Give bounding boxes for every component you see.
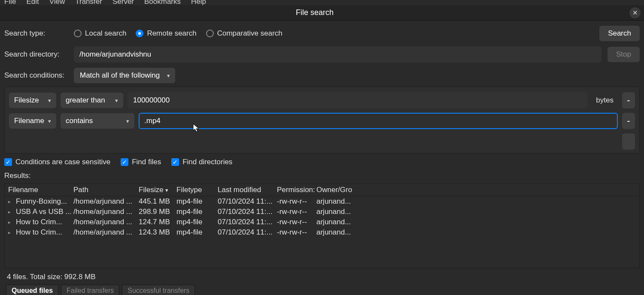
expand-icon: ▸ bbox=[8, 209, 16, 215]
condition-operator-select[interactable]: contains ▾ bbox=[61, 113, 134, 129]
cell-filetype: mp4-file bbox=[176, 197, 218, 206]
condition-value-input[interactable] bbox=[128, 92, 587, 108]
menu-view[interactable]: View bbox=[49, 0, 65, 3]
search-type-label: Search type: bbox=[4, 29, 68, 38]
column-permissions[interactable]: Permission: bbox=[277, 186, 316, 194]
results-table: Filename Path Filesize▾ Filetype Last mo… bbox=[4, 184, 640, 268]
condition-field-value: Filename bbox=[14, 117, 44, 125]
condition-field-select[interactable]: Filesize ▾ bbox=[9, 93, 56, 108]
table-row[interactable]: ▸How to Crim.../home/arjunand ...124.7 M… bbox=[5, 217, 639, 227]
radio-label: Comparative search bbox=[217, 29, 283, 38]
checkbox-icon: ✓ bbox=[4, 158, 12, 166]
cell-filename: How to Crim... bbox=[16, 228, 73, 237]
sort-desc-icon: ▾ bbox=[165, 187, 168, 196]
condition-field-value: Filesize bbox=[14, 96, 39, 104]
tab-successful-transfers[interactable]: Successful transfers bbox=[122, 285, 195, 295]
condition-operator-value: contains bbox=[66, 117, 93, 125]
column-filename[interactable]: Filename bbox=[8, 186, 73, 194]
chevron-down-icon: ▾ bbox=[167, 72, 170, 79]
match-mode-select[interactable]: Match all of the following ▾ bbox=[74, 68, 175, 83]
cell-owner: arjunand... bbox=[316, 228, 368, 237]
menu-server[interactable]: Server bbox=[112, 0, 134, 3]
condition-value-input[interactable] bbox=[139, 113, 618, 129]
column-path[interactable]: Path bbox=[73, 186, 139, 194]
cell-filename: Funny-Boxing... bbox=[16, 197, 73, 206]
remove-condition-button[interactable]: - bbox=[622, 113, 635, 129]
column-owner[interactable]: Owner/Gro bbox=[316, 186, 368, 194]
chevron-down-icon: ▾ bbox=[126, 118, 129, 124]
tab-failed-transfers[interactable]: Failed transfers bbox=[61, 285, 119, 295]
condition-row: Filesize ▾ greater than ▾ bytes - bbox=[9, 92, 635, 108]
add-condition-button[interactable] bbox=[622, 133, 635, 150]
chevron-down-icon: ▾ bbox=[48, 118, 51, 124]
checkbox-icon: ✓ bbox=[121, 158, 128, 166]
case-sensitive-checkbox[interactable]: ✓ Conditions are case sensitive bbox=[4, 158, 110, 166]
menu-edit[interactable]: Edit bbox=[26, 0, 39, 3]
cell-lastmod: 07/10/2024 11:... bbox=[218, 218, 277, 226]
cell-filetype: mp4-file bbox=[176, 228, 218, 237]
table-row[interactable]: ▸Funny-Boxing.../home/arjunand ...445.1 … bbox=[5, 196, 639, 207]
column-filesize[interactable]: Filesize▾ bbox=[139, 186, 176, 194]
radio-icon bbox=[206, 30, 214, 37]
find-files-checkbox[interactable]: ✓ Find files bbox=[121, 158, 161, 166]
find-directories-checkbox[interactable]: ✓ Find directories bbox=[171, 158, 232, 166]
close-icon[interactable]: ✕ bbox=[629, 7, 641, 18]
expand-icon: ▸ bbox=[8, 220, 16, 225]
results-label: Results: bbox=[4, 172, 640, 180]
cell-filesize: 124.7 MB bbox=[139, 218, 176, 226]
dialog-titlebar: File search ✕ bbox=[0, 5, 644, 21]
cell-lastmod: 07/10/2024 11:... bbox=[218, 197, 277, 206]
search-directory-input[interactable] bbox=[74, 46, 601, 63]
column-filesize-label: Filesize bbox=[139, 186, 164, 194]
cell-permissions: -rw-rw-r-- bbox=[277, 218, 316, 226]
tab-queued-files[interactable]: Queued files bbox=[6, 285, 58, 295]
condition-operator-select[interactable]: greater than ▾ bbox=[61, 93, 123, 108]
expand-icon: ▸ bbox=[8, 199, 16, 205]
radio-icon bbox=[74, 30, 82, 37]
results-header: Filename Path Filesize▾ Filetype Last mo… bbox=[5, 184, 639, 196]
radio-icon bbox=[136, 30, 143, 37]
cell-lastmod: 07/10/2024 11:... bbox=[218, 208, 277, 216]
cell-path: /home/arjunand ... bbox=[73, 218, 139, 226]
cell-filetype: mp4-file bbox=[176, 218, 218, 226]
menu-bookmarks[interactable]: Bookmarks bbox=[144, 0, 181, 3]
radio-local-search[interactable]: Local search bbox=[74, 29, 126, 38]
search-directory-label: Search directory: bbox=[4, 50, 68, 59]
menu-file[interactable]: File bbox=[4, 0, 16, 3]
checkbox-icon: ✓ bbox=[171, 158, 179, 166]
cell-path: /home/arjunand ... bbox=[73, 208, 139, 216]
search-button[interactable]: Search bbox=[599, 26, 640, 41]
cell-path: /home/arjunand ... bbox=[73, 197, 139, 206]
cell-owner: arjunand... bbox=[316, 218, 368, 226]
cell-path: /home/arjunand ... bbox=[73, 228, 139, 237]
cell-owner: arjunand... bbox=[316, 208, 368, 216]
cell-filesize: 445.1 MB bbox=[139, 197, 176, 206]
conditions-panel: Filesize ▾ greater than ▾ bytes - Filena… bbox=[4, 87, 640, 154]
app-menubar[interactable]: File Edit View Transfer Server Bookmarks… bbox=[0, 0, 644, 3]
condition-field-select[interactable]: Filename ▾ bbox=[9, 113, 56, 129]
chevron-down-icon: ▾ bbox=[48, 97, 51, 104]
table-row[interactable]: ▸How to Crim.../home/arjunand ...124.3 M… bbox=[5, 227, 639, 238]
remove-condition-button[interactable]: - bbox=[622, 92, 635, 108]
cell-permissions: -rw-rw-r-- bbox=[277, 197, 316, 206]
menu-help[interactable]: Help bbox=[191, 0, 206, 3]
checkbox-label: Conditions are case sensitive bbox=[15, 158, 110, 166]
radio-comparative-search[interactable]: Comparative search bbox=[206, 29, 283, 38]
condition-unit-label: bytes bbox=[592, 96, 618, 105]
column-last-modified[interactable]: Last modified bbox=[218, 186, 277, 194]
expand-icon: ▸ bbox=[8, 230, 16, 235]
cell-filetype: mp4-file bbox=[176, 208, 218, 216]
cell-owner: arjunand... bbox=[316, 197, 368, 206]
chevron-down-icon: ▾ bbox=[115, 97, 118, 104]
stop-button[interactable]: Stop bbox=[608, 47, 640, 62]
cell-filesize: 298.9 MB bbox=[139, 208, 176, 216]
dialog-title: File search bbox=[0, 8, 629, 17]
column-filetype[interactable]: Filetype bbox=[176, 186, 218, 194]
menu-transfer[interactable]: Transfer bbox=[75, 0, 102, 3]
condition-row: Filename ▾ contains ▾ - bbox=[9, 113, 635, 129]
radio-remote-search[interactable]: Remote search bbox=[136, 29, 196, 38]
cell-filename: USB A vs USB ... bbox=[16, 208, 73, 216]
radio-label: Local search bbox=[85, 29, 126, 38]
table-row[interactable]: ▸USB A vs USB .../home/arjunand ...298.9… bbox=[5, 207, 639, 217]
cell-permissions: -rw-rw-r-- bbox=[277, 208, 316, 216]
